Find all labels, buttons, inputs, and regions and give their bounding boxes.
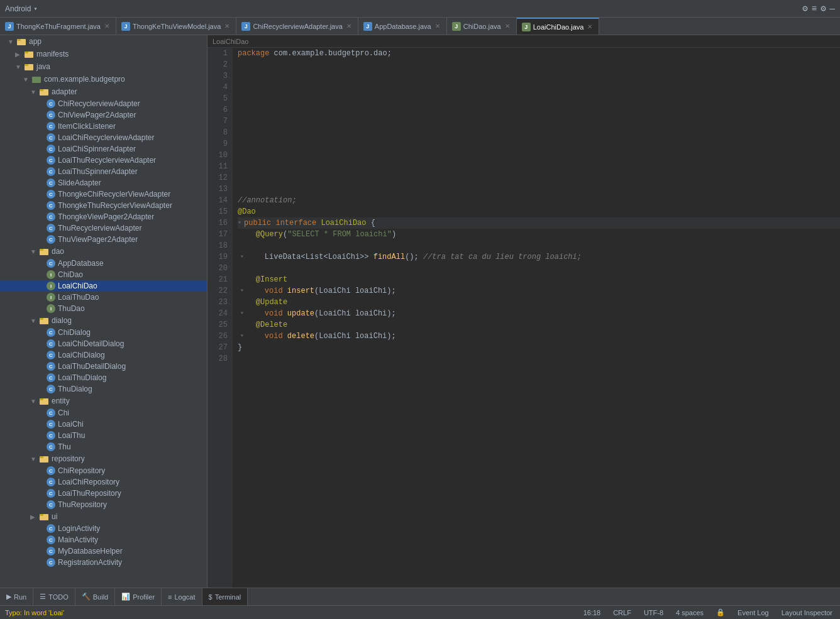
tree-label: LoaiChi (58, 420, 84, 429)
tree-item-thu[interactable]: C Thu (0, 441, 207, 452)
code-line-7 (238, 116, 840, 127)
tree-item-chi-dialog[interactable]: C ChiDialog (0, 327, 207, 338)
svg-rect-6 (32, 77, 41, 83)
device-manager-icon[interactable]: ⚙ (802, 3, 807, 14)
tree-item-loai-chi-detail-dialog[interactable]: C LoaiChiDetailDialog (0, 338, 207, 349)
tab-label: ChiDao.java (463, 23, 501, 30)
layout-inspector-button[interactable]: Layout Inspector (779, 609, 835, 616)
code-lines[interactable]: package com.example.budgetpro.dao; / (233, 48, 840, 588)
tree-item-loai-chi[interactable]: C LoaiChi (0, 419, 207, 430)
svg-rect-1 (17, 39, 21, 41)
tree-item-loai-chi-dialog[interactable]: C LoaiChiDialog (0, 349, 207, 361)
class-icon: C (47, 351, 55, 359)
tree-item-loai-thu-spinner[interactable]: C LoaiThuSpinnerAdapter (0, 166, 207, 177)
code-editor[interactable]: LoaiChiDao 1 2 3 4 5 6 7 8 9 10 11 12 13… (207, 35, 840, 588)
tab-close-icon[interactable]: ✕ (103, 23, 111, 30)
tab-java-icon: J (5, 22, 14, 31)
tree-item-package[interactable]: ▼ com.example.budgetpro (0, 73, 207, 85)
tree-item-thongke-thu-recyclerview[interactable]: C ThongkeThuRecyclerViewAdapter (0, 200, 207, 211)
tree-item-loai-chi-repository[interactable]: C LoaiChiRepository (0, 476, 207, 488)
tree-item-chi-recyclerview-adapter[interactable]: C ChiRecyclerviewAdapter (0, 98, 207, 109)
tree-item-chi-viewpager[interactable]: C ChiViewPager2Adapter (0, 109, 207, 121)
tree-item-my-database-helper[interactable]: C MyDatabaseHelper (0, 545, 207, 557)
tab-profiler[interactable]: 📊 Profiler (115, 588, 162, 605)
tree-item-adapter[interactable]: ▼ adapter (0, 85, 207, 98)
line-num: 12 (207, 172, 228, 184)
class-icon: C (47, 178, 55, 187)
tab-close-icon[interactable]: ✕ (434, 23, 441, 30)
class-icon: C (47, 224, 55, 233)
tree-item-thu-dialog[interactable]: C ThuDialog (0, 383, 207, 395)
tree-item-loai-chi-dao[interactable]: I LoaiChiDao (0, 280, 207, 292)
tree-item-thongke-chi-recyclerview[interactable]: C ThongkeChiRecyclerViewAdapter (0, 189, 207, 200)
tree-item-chi[interactable]: C Chi (0, 407, 207, 419)
lock-icon: 🔒 (714, 608, 727, 616)
tree-item-manifests[interactable]: ▶ manifests (0, 48, 207, 60)
tree-item-thu-recyclerview[interactable]: C ThuRecyclerviewAdapter (0, 222, 207, 234)
tab-thongkethu-fragment[interactable]: J ThongKeThuFragment.java ✕ (0, 18, 116, 35)
tree-item-chi-repository[interactable]: C ChiRepository (0, 465, 207, 476)
tab-app-database[interactable]: J AppDatabase.java ✕ (358, 18, 447, 35)
tab-close-icon[interactable]: ✕ (504, 23, 511, 30)
line-num: 26 (207, 331, 228, 342)
settings-icon[interactable]: ⚙ (821, 3, 826, 14)
tree-item-loai-thu-dialog[interactable]: C LoaiThuDialog (0, 372, 207, 383)
tab-close-icon[interactable]: ✕ (223, 23, 231, 30)
tree-item-loai-thu[interactable]: C LoaiThu (0, 430, 207, 441)
tree-item-thu-viewpager[interactable]: C ThuViewPager2Adapter (0, 234, 207, 245)
android-project-selector[interactable]: Android ▾ (5, 4, 80, 13)
tab-close-icon[interactable]: ✕ (586, 23, 594, 30)
tab-chi-recyclerview-adapter[interactable]: J ChiRecyclerviewAdapter.java ✕ (236, 18, 358, 35)
status-utf[interactable]: UTF-8 (641, 609, 666, 616)
class-icon: C (47, 156, 55, 165)
tree-label: ThuViewPager2Adapter (58, 235, 138, 244)
tree-item-loai-chi-spinner[interactable]: C LoaiChiSpinnerAdapter (0, 143, 207, 155)
line-num: 9 (207, 138, 228, 150)
tab-close-icon[interactable]: ✕ (345, 23, 353, 30)
tab-loai-chi-dao[interactable]: J LoaiChiDao.java ✕ (517, 18, 600, 35)
line-num: 4 (207, 82, 228, 93)
avd-manager-icon[interactable]: ≡ (812, 4, 817, 14)
tree-item-app[interactable]: ▼ app (0, 35, 207, 48)
tree-item-entity-folder[interactable]: ▼ entity (0, 395, 207, 407)
tree-item-loai-thu-recyclerview[interactable]: C LoaiThuRecyclerviewAdapter (0, 155, 207, 166)
tree-item-thu-dao[interactable]: I ThuDao (0, 303, 207, 314)
tree-item-item-click[interactable]: C ItemClickListener (0, 121, 207, 132)
event-log-button[interactable]: Event Log (735, 609, 771, 616)
tree-item-thu-repository[interactable]: C ThuRepository (0, 499, 207, 510)
tab-thongkethu-viewmodel[interactable]: J ThongKeThuViewModel.java ✕ (116, 18, 236, 35)
code-line-26: ▾ void delete(LoaiChi loaiChi); (238, 331, 840, 342)
minimize-icon[interactable]: — (830, 4, 835, 14)
tree-item-repository-folder[interactable]: ▼ repository (0, 452, 207, 465)
line-num: 21 (207, 274, 228, 285)
status-spaces[interactable]: 4 spaces (673, 609, 706, 616)
tree-item-ui-folder[interactable]: ▶ ui (0, 510, 207, 523)
tree-item-registration-activity[interactable]: C RegistrationActivity (0, 557, 207, 568)
tree-item-dao-folder[interactable]: ▼ dao (0, 245, 207, 258)
tree-item-chi-dao[interactable]: I ChiDao (0, 269, 207, 280)
tree-item-java[interactable]: ▼ java (0, 60, 207, 73)
tree-label: LoaiThuDao (58, 293, 99, 302)
tree-item-app-database[interactable]: C AppDatabase (0, 258, 207, 269)
tab-run[interactable]: ▶ Run (0, 588, 33, 605)
status-typo[interactable]: Typo: In word 'Loai' (5, 609, 576, 616)
android-dropdown-arrow[interactable]: ▾ (33, 5, 37, 13)
tree-item-loai-thu-repository[interactable]: C LoaiThuRepository (0, 488, 207, 499)
tree-item-slide-adapter[interactable]: C SlideAdapter (0, 177, 207, 189)
tree-item-main-activity[interactable]: C MainActivity (0, 534, 207, 545)
tree-item-loai-chi-recyclerview[interactable]: C LoaiChiRecyclerviewAdapter (0, 132, 207, 143)
line-num: 14 (207, 195, 228, 206)
status-crlf[interactable]: CRLF (611, 609, 634, 616)
tree-item-thongke-viewpager[interactable]: C ThongkeViewPager2Adapter (0, 211, 207, 222)
tree-item-loai-thu-dao[interactable]: I LoaiThuDao (0, 292, 207, 303)
tree-item-loai-thu-detail-dialog[interactable]: C LoaiThuDetailDialog (0, 361, 207, 372)
tab-build[interactable]: 🔨 Build (75, 588, 115, 605)
tree-item-dialog-folder[interactable]: ▼ dialog (0, 314, 207, 327)
code-line-19: ▾ LiveData<List<LoaiChi>> findAll(); //t… (238, 251, 840, 263)
svg-rect-10 (40, 249, 43, 251)
tab-logcat[interactable]: ≡ Logcat (162, 588, 202, 605)
tab-terminal[interactable]: $ Terminal (202, 588, 248, 605)
tab-chi-dao[interactable]: J ChiDao.java ✕ (447, 18, 517, 35)
tab-todo[interactable]: ☰ TODO (33, 588, 75, 605)
tree-item-login-activity[interactable]: C LoginActivity (0, 523, 207, 534)
